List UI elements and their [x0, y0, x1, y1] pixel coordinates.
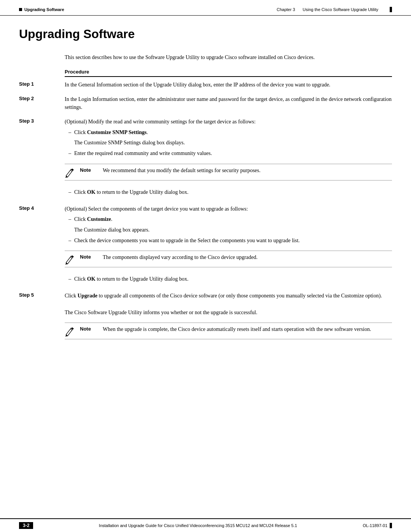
step-3-sub-1-text: Click Customize SNMP Settings. — [74, 128, 148, 136]
intro-paragraph: This section describes how to use the So… — [65, 53, 392, 61]
step-4-after-note: – Click OK to return to the Upgrade Util… — [19, 270, 392, 286]
customize-snmp-bold: Customize SNMP Settings — [87, 129, 147, 135]
svg-line-1 — [70, 257, 72, 259]
pencil-svg-1 — [65, 167, 75, 178]
step-3-content: (Optional) Modify the read and write com… — [65, 118, 392, 160]
svg-line-0 — [70, 170, 72, 171]
step-3-ok-text: – Click OK to return to the Upgrade Util… — [65, 186, 392, 199]
step-5-followup-text: The Cisco Software Upgrade Utility infor… — [65, 308, 392, 317]
dash-icon-5: – — [68, 236, 71, 245]
note-3-text: When the upgrade is complete, the Cisco … — [103, 325, 392, 333]
step-3-sub-2-text: The Customize SNMP Settings dialog box d… — [74, 139, 185, 147]
dash-icon-3: – — [68, 188, 71, 197]
header-bullet-icon — [19, 8, 22, 11]
note-3-box: Note When the upgrade is complete, the C… — [65, 323, 392, 339]
step-5-row: Step 5 Click Upgrade to upgrade all comp… — [19, 289, 392, 302]
procedure-divider — [65, 76, 392, 77]
steps-container: Step 1 In the General Information sectio… — [19, 78, 392, 160]
steps-after-note1: – Click OK to return to the Upgrade Util… — [19, 184, 392, 247]
dash-icon-1: – — [68, 128, 71, 137]
step-5-main-text: Click Upgrade to upgrade all components … — [65, 292, 392, 300]
dash-icon-spacer — [68, 139, 71, 147]
note-2-label: Note — [80, 253, 103, 260]
step-4-sub-1-text: Click Customize. — [74, 215, 112, 223]
step-3-sub-3: – Enter the required read community and … — [68, 149, 392, 158]
ok-bold-1: OK — [87, 189, 96, 195]
step-5-content: Click Upgrade to upgrade all components … — [65, 292, 392, 302]
step-3-label: Step 3 — [19, 118, 65, 124]
dash-icon-6: – — [68, 275, 71, 283]
step-3-main-text: (Optional) Modify the read and write com… — [65, 118, 392, 126]
step-4-sub-1: – Click Customize. — [68, 215, 392, 224]
pencil-svg-3 — [65, 326, 75, 337]
step-4-content: (Optional) Select the components of the … — [65, 205, 392, 247]
step-4-sub-2-text: The Customize dialog box appears. — [74, 226, 150, 234]
note-2-pencil-icon — [65, 253, 80, 265]
main-content: Upgrading Software This section describe… — [0, 16, 411, 518]
header-right: Chapter 3 Using the Cisco Software Upgra… — [277, 7, 392, 12]
step-2-label: Step 2 — [19, 95, 65, 101]
step-4-ok-text: Click OK to return to the Upgrade Utilit… — [74, 275, 188, 283]
step-3-ok-sub: – Click OK to return to the Upgrade Util… — [68, 188, 392, 197]
dash-icon-spacer-2 — [68, 226, 71, 234]
note-2-box: Note The components displayed vary accor… — [65, 251, 392, 267]
footer-right: OL-11897-01 — [363, 523, 392, 528]
note-3-label: Note — [80, 325, 103, 332]
step-5-followup-row: The Cisco Software Upgrade Utility infor… — [19, 306, 392, 319]
step-3-after-note-label — [19, 186, 65, 186]
note-1-label: Note — [80, 166, 103, 173]
step-3-after-note: – Click OK to return to the Upgrade Util… — [19, 184, 392, 199]
step-5-followup-content: The Cisco Software Upgrade Utility infor… — [65, 308, 392, 319]
step-2-row: Step 2 In the Login Information section,… — [19, 93, 392, 112]
note-3-pencil-icon — [65, 325, 80, 337]
step-4-ok-content: – Click OK to return to the Upgrade Util… — [65, 273, 392, 286]
step-1-row: Step 1 In the General Information sectio… — [19, 78, 392, 89]
step-4-ok-sub: – Click OK to return to the Upgrade Util… — [68, 275, 392, 283]
procedure-section: Procedure — [65, 69, 392, 77]
header-left: Upgrading Software — [19, 7, 64, 12]
dash-icon-4: – — [68, 215, 71, 224]
step-4-sub-2: The Customize dialog box appears. — [68, 226, 392, 234]
step-3-ok-text-content: Click OK to return to the Upgrade Utilit… — [74, 188, 188, 196]
header-chapter-label: Chapter 3 — [277, 7, 295, 12]
steps-after-note2: – Click OK to return to the Upgrade Util… — [19, 270, 392, 319]
page-footer: 3-2 Installation and Upgrade Guide for C… — [0, 518, 411, 532]
intro-text: This section describes how to use the So… — [65, 53, 392, 61]
step-4-main-text: (Optional) Select the components of the … — [65, 205, 392, 213]
customize-bold: Customize — [87, 216, 111, 222]
step-5-label: Step 5 — [19, 292, 65, 298]
dash-icon-2: – — [68, 149, 71, 158]
header-section-title: Upgrading Software — [24, 7, 64, 12]
step-4-sub-3-text: Check the device components you want to … — [74, 236, 300, 244]
ok-bold-2: OK — [87, 276, 96, 282]
step-4-label: Step 4 — [19, 205, 65, 211]
page-container: Upgrading Software Chapter 3 Using the C… — [0, 0, 411, 532]
step-4-row: Step 4 (Optional) Select the components … — [19, 203, 392, 247]
header-chapter-title: Using the Cisco Software Upgrade Utility — [303, 7, 378, 12]
step-3-sub-1: – Click Customize SNMP Settings. — [68, 128, 392, 137]
step-4-after-note-label — [19, 273, 65, 273]
note-2-text: The components displayed vary according … — [103, 253, 392, 261]
footer-center-text: Installation and Upgrade Guide for Cisco… — [33, 523, 363, 528]
footer-bar-icon — [390, 523, 392, 528]
step-3-sub-3-text: Enter the required read community and wr… — [74, 149, 212, 157]
note-1-pencil-icon — [65, 166, 80, 178]
procedure-label: Procedure — [65, 69, 392, 75]
step-3-row: Step 3 (Optional) Modify the read and wr… — [19, 115, 392, 160]
step-2-content: In the Login Information section, enter … — [65, 95, 392, 112]
page-header: Upgrading Software Chapter 3 Using the C… — [0, 0, 411, 16]
footer-page-number: 3-2 — [19, 522, 33, 529]
step-5-followup-label — [19, 308, 65, 309]
header-bar-icon — [390, 7, 392, 12]
note-1-text: We recommend that you modify the default… — [103, 166, 392, 174]
step-4-sub-3: – Check the device components you want t… — [68, 236, 392, 245]
pencil-svg-2 — [65, 254, 75, 265]
step-1-label: Step 1 — [19, 81, 65, 87]
step-1-content: In the General Information section of th… — [65, 81, 392, 89]
svg-line-2 — [70, 329, 72, 331]
chapter-heading: Upgrading Software — [19, 27, 392, 43]
upgrade-bold: Upgrade — [78, 293, 97, 299]
footer-doc-id: OL-11897-01 — [363, 523, 387, 528]
step-3-sub-2: The Customize SNMP Settings dialog box d… — [68, 139, 392, 147]
note-1-box: Note We recommend that you modify the de… — [65, 164, 392, 181]
